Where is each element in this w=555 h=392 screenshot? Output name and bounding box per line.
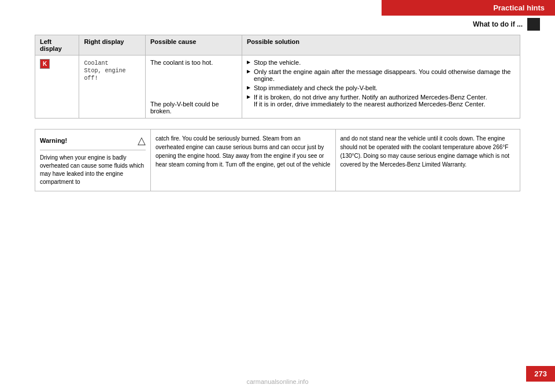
col-left-display: Left display xyxy=(35,35,79,56)
watermark: carmanualsonline.info xyxy=(0,378,555,385)
col-possible-solution: Possible solution xyxy=(242,35,520,56)
display-table: Left display Right display Possible caus… xyxy=(35,35,520,119)
col-right-display: Right display xyxy=(79,35,146,56)
main-content: Left display Right display Possible caus… xyxy=(35,35,520,357)
warning-label: Warning! xyxy=(40,137,67,144)
warning-right-text: and do not stand near the vehicle until … xyxy=(341,134,516,169)
right-display-cell: CoolantStop, engine off! xyxy=(79,56,146,119)
col-possible-cause: Possible cause xyxy=(145,35,242,56)
possible-solution-cell: Stop the vehicle. Only start the engine … xyxy=(242,56,520,119)
solution-2: Only start the engine again after the me… xyxy=(247,68,515,82)
practical-hints-bar: Practical hints xyxy=(382,0,555,16)
left-display-icon: K xyxy=(40,59,50,69)
warning-middle-panel: catch fire. You could be seriously burne… xyxy=(151,130,336,191)
warning-left-panel: Warning! △ Driving when your engine is b… xyxy=(35,130,151,191)
cause-1: The coolant is too hot. xyxy=(150,59,237,66)
cause-2: The poly-V-belt could be broken. xyxy=(150,101,237,114)
solution-1: Stop the vehicle. xyxy=(247,59,515,66)
right-display-text: CoolantStop, engine off! xyxy=(84,60,125,82)
page-number-label: 273 xyxy=(534,369,547,378)
warning-right-panel: and do not stand near the vehicle until … xyxy=(336,130,520,191)
possible-cause-cell: The coolant is too hot. The poly-V-belt … xyxy=(145,56,242,119)
warning-triangle-icon: △ xyxy=(138,134,146,147)
warning-middle-text: catch fire. You could be seriously burne… xyxy=(156,134,331,169)
solution-3: Stop immediately and check the poly-V-be… xyxy=(247,84,515,91)
warning-section: Warning! △ Driving when your engine is b… xyxy=(35,129,520,191)
watermark-text: carmanualsonline.info xyxy=(246,378,308,385)
warning-header: Warning! △ xyxy=(40,134,146,150)
black-square-icon xyxy=(527,18,540,31)
header: Practical hints What to do if ... xyxy=(382,0,555,33)
what-to-do-label: What to do if ... xyxy=(473,20,523,28)
warning-body-text: Driving when your engine is badly overhe… xyxy=(40,154,146,186)
practical-hints-label: Practical hints xyxy=(493,3,545,12)
solution-list: Stop the vehicle. Only start the engine … xyxy=(247,59,515,108)
table-row: K CoolantStop, engine off! The coolant i… xyxy=(35,56,520,119)
what-to-do-bar: What to do if ... xyxy=(382,16,555,33)
left-display-cell: K xyxy=(35,56,79,119)
solution-4: If it is broken, do not drive any furthe… xyxy=(247,94,515,108)
